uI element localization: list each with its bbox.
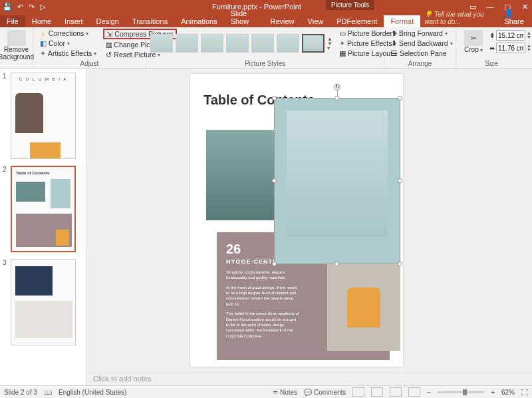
slide-thumbnail-1[interactable]: C O L U M B I A	[11, 73, 76, 159]
view-normal-button[interactable]	[352, 387, 364, 397]
artistic-effects-button[interactable]: Artistic Effects	[37, 49, 99, 58]
status-language[interactable]: English (United States)	[59, 389, 126, 396]
zoom-level[interactable]: 62%	[501, 389, 515, 396]
picture-styles-gallery[interactable]: ▲▼▾	[150, 34, 332, 53]
group-size: Crop ⬍▲▼ ⬌▲▼ Size	[456, 27, 527, 68]
selection-pane-icon	[391, 49, 398, 57]
remove-background-icon	[7, 30, 26, 46]
thumb2-lamp	[51, 179, 70, 208]
picture-border-icon	[339, 29, 346, 37]
tab-slideshow[interactable]: Slide Show	[224, 7, 264, 27]
thumbnail-row[interactable]: 3	[3, 259, 83, 345]
resize-handle[interactable]	[398, 262, 402, 266]
slide-thumbnail-2[interactable]: Table of Contents	[11, 166, 76, 252]
color-button[interactable]: Color	[37, 39, 99, 48]
selected-picture[interactable]	[274, 98, 400, 264]
tab-animations[interactable]: Animations	[174, 15, 223, 27]
tab-review[interactable]: Review	[264, 15, 301, 27]
comments-toggle[interactable]: 💬 Comments	[304, 389, 346, 396]
tab-design[interactable]: Design	[90, 15, 126, 27]
ribbon: Remove Background Corrections Color Arti…	[0, 27, 532, 69]
quick-access-toolbar: 💾 ↶ ↷ ▷	[3, 3, 45, 11]
section-para1: Simplicity, craftsmanship, elegant funct…	[226, 270, 299, 281]
style-preset[interactable]	[150, 34, 173, 53]
tab-insert[interactable]: Insert	[58, 15, 90, 27]
thumb-number: 3	[3, 259, 11, 345]
send-backward-icon	[391, 39, 397, 47]
resize-handle[interactable]	[272, 178, 277, 183]
ribbon-tabs: File Home Insert Design Transitions Anim…	[0, 13, 532, 27]
style-preset[interactable]	[176, 34, 198, 53]
spellcheck-icon[interactable]: 📖	[44, 389, 52, 396]
view-sorter-button[interactable]	[371, 387, 383, 397]
corrections-button[interactable]: Corrections	[37, 29, 99, 38]
style-preset[interactable]	[201, 34, 223, 53]
tab-format[interactable]: Format	[384, 15, 420, 27]
notes-toggle[interactable]: ≐ Notes	[273, 389, 297, 396]
group-label-adjust: Adjust	[33, 60, 146, 67]
zoom-in-button[interactable]: +	[491, 389, 495, 396]
start-slideshow-icon[interactable]: ▷	[40, 3, 45, 11]
fit-to-window-button[interactable]: ⛶	[521, 389, 528, 396]
style-preset-selected[interactable]	[302, 34, 325, 53]
view-reading-button[interactable]	[390, 387, 402, 397]
undo-icon[interactable]: ↶	[17, 3, 23, 11]
redo-icon[interactable]: ↷	[29, 3, 35, 11]
width-input[interactable]: ⬌▲▼	[489, 43, 532, 53]
tab-home[interactable]: Home	[25, 15, 58, 27]
picture-effects-icon	[339, 39, 345, 47]
slide-canvas[interactable]: Table of Contents 26 HYGGE-CENTRIC DESIG…	[86, 69, 532, 385]
bring-forward-button[interactable]: Bring Forward	[388, 29, 452, 38]
zoom-slider-thumb[interactable]	[463, 389, 467, 395]
section-para3: This belief in the pared-down aesthetic …	[226, 311, 299, 339]
rotate-handle[interactable]	[334, 84, 340, 91]
artistic-effects-icon	[40, 49, 46, 57]
slide-thumbnail-3[interactable]	[11, 259, 76, 345]
thumb2-chair	[56, 230, 69, 246]
resize-handle[interactable]	[398, 178, 402, 183]
resize-handle[interactable]	[272, 96, 277, 100]
tab-view[interactable]: View	[301, 15, 331, 27]
status-bar: Slide 2 of 3 📖 English (United States) ≐…	[0, 385, 532, 398]
group-arrange: Bring Forward Send Backward Selection Pa…	[384, 27, 456, 68]
slide-thumbnails-panel[interactable]: 1 C O L U M B I A 2 Table of Contents 3	[0, 69, 86, 385]
style-preset[interactable]	[226, 34, 249, 53]
contextual-tab-label: Picture Tools	[326, 0, 374, 10]
gallery-more-icon[interactable]: ▲▼▾	[327, 37, 332, 51]
crop-button[interactable]: Crop	[460, 29, 487, 55]
thumbnail-row[interactable]: 2 Table of Contents	[3, 166, 83, 252]
resize-handle[interactable]	[398, 96, 402, 100]
main-area: 1 C O L U M B I A 2 Table of Contents 3	[0, 69, 532, 385]
notes-pane[interactable]: Click to add notes	[86, 373, 532, 385]
thumb3-strip	[15, 301, 72, 338]
tell-me-search[interactable]: 💡 Tell me what you want to do...	[420, 9, 499, 27]
send-backward-button[interactable]: Send Backward	[388, 39, 452, 48]
tab-transitions[interactable]: Transitions	[126, 15, 174, 27]
orange-chair	[347, 288, 380, 327]
selection-pane-button[interactable]: Selection Pane	[388, 49, 452, 58]
selected-picture-inner	[287, 110, 388, 237]
crop-icon	[464, 30, 483, 46]
thumbnail-row[interactable]: 1 C O L U M B I A	[3, 73, 83, 159]
zoom-out-button[interactable]: −	[427, 389, 431, 396]
tab-file[interactable]: File	[0, 15, 25, 27]
resize-handle[interactable]	[334, 262, 339, 266]
chair-image[interactable]	[327, 264, 400, 351]
picture-layout-icon	[339, 49, 346, 57]
save-icon[interactable]: 💾	[3, 3, 12, 11]
resize-handle[interactable]	[334, 96, 339, 100]
height-input[interactable]: ⬍▲▼	[489, 30, 532, 41]
group-label-arrange: Arrange	[384, 60, 456, 67]
view-slideshow-button[interactable]	[408, 387, 420, 397]
section-para2: At the heart of good design, there needs…	[226, 285, 299, 307]
thumb3-dark	[15, 266, 53, 296]
thumb1-chair-img	[15, 93, 43, 133]
style-preset[interactable]	[277, 34, 299, 53]
zoom-slider[interactable]	[438, 391, 484, 393]
tab-pdfelement[interactable]: PDFelement	[330, 15, 384, 27]
share-button[interactable]: 👤 Share	[499, 7, 532, 27]
style-preset[interactable]	[251, 34, 274, 53]
bring-forward-icon	[391, 29, 397, 37]
resize-handle[interactable]	[272, 262, 277, 266]
remove-background-button[interactable]: Remove Background	[4, 29, 29, 62]
